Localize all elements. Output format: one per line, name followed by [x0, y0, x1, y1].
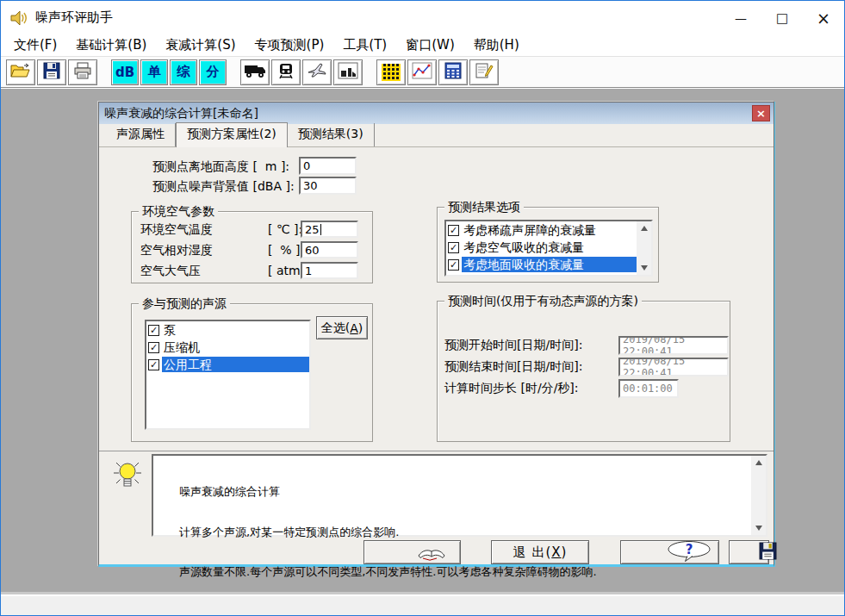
menu-help[interactable]: 帮助(H)	[464, 35, 529, 55]
point-background-label: 预测点噪声背景值 [dBA ]:	[152, 179, 295, 195]
rail-traffic-button[interactable]	[271, 59, 301, 85]
maximize-button[interactable]: □	[761, 1, 803, 34]
line-chart-icon	[412, 62, 432, 82]
air-humidity-unit: [ % ]:	[268, 243, 304, 257]
scroll-up-icon[interactable]	[637, 221, 651, 235]
air-pressure-input[interactable]: 1	[301, 262, 358, 279]
exit-button[interactable]: 退 出(X)	[491, 540, 589, 564]
air-traffic-button[interactable]	[302, 59, 332, 85]
menu-basic-calc[interactable]: 基础计算(B)	[66, 35, 156, 55]
time-step-input[interactable]: 00:01:00	[618, 379, 679, 398]
calculator-icon	[444, 62, 462, 82]
list-item[interactable]: ✓ 考虑稀疏声屏障的衰减量	[446, 221, 637, 239]
checkbox-checked-icon[interactable]: ✓	[448, 259, 459, 271]
tab-prediction-scheme[interactable]: 预测方案属性(2)	[176, 122, 288, 147]
air-temp-input[interactable]: 25	[301, 221, 358, 238]
start-time-input[interactable]: 2019/08/15 22:00:41	[618, 336, 729, 355]
close-button[interactable]: ×	[803, 1, 844, 34]
report-editor-button[interactable]	[469, 59, 499, 85]
grid-map-icon	[382, 64, 401, 81]
checkbox-checked-icon[interactable]: ✓	[448, 225, 459, 236]
print-button[interactable]	[68, 59, 97, 85]
air-temp-unit: [ ℃ ]:	[268, 222, 302, 236]
help-line: 噪声衰减的综合计算	[179, 485, 749, 499]
point-background-input[interactable]: 30	[299, 177, 357, 195]
air-temp-label: 环境空气温度	[140, 222, 213, 238]
industrial-source-button[interactable]	[333, 59, 363, 85]
checkbox-checked-icon[interactable]: ✓	[148, 342, 159, 353]
end-time-input[interactable]: 2019/08/15 22:00:41	[618, 358, 729, 376]
frequency-calc-button[interactable]: 分	[199, 59, 227, 85]
sources-group: 参与预测的声源 ✓ 泵 ✓ 压缩机 ✓ 公用工程	[131, 303, 373, 442]
select-all-button[interactable]: 全选(A)	[316, 316, 368, 339]
window-titlebar: 噪声环评助手 — □ ×	[1, 1, 844, 34]
result-options-scrollbar[interactable]	[637, 221, 651, 275]
mdi-client-area: 噪声衰减的综合计算[未命名] × 声源属性 预测方案属性(2) 预测结果(3) …	[1, 89, 844, 594]
point-height-label: 预测点离地面高度 [ m ]:	[152, 159, 289, 175]
speaker-icon	[9, 9, 28, 27]
dialog-close-button[interactable]: ×	[752, 105, 770, 121]
menu-special-prediction[interactable]: 专项预测(P)	[245, 35, 334, 55]
menu-file[interactable]: 文件(F)	[4, 35, 66, 55]
start-time-label: 预测开始时间[日期/时间]:	[444, 338, 582, 353]
road-traffic-button[interactable]	[240, 59, 270, 85]
attenuation-dialog: 噪声衰减的综合计算[未命名] × 声源属性 预测方案属性(2) 预测结果(3) …	[98, 102, 774, 567]
floppy-icon	[721, 528, 778, 576]
help-button[interactable]: ?	[620, 540, 719, 564]
list-item-selected[interactable]: ✓ 考虑地面吸收的衰减量	[446, 256, 637, 273]
noise-grid-button[interactable]	[376, 59, 406, 85]
save-scheme-button[interactable]	[729, 540, 769, 564]
help-scrollbar[interactable]	[751, 456, 766, 535]
scroll-up-icon[interactable]	[751, 456, 766, 470]
tab-prediction-results[interactable]: 预测结果(3)	[288, 123, 375, 146]
single-source-button[interactable]: 单	[140, 59, 168, 85]
help-balloon-icon: ?	[626, 526, 713, 579]
tab-source-properties[interactable]: 声源属性	[106, 123, 176, 146]
dialog-tabstrip: 声源属性 预测方案属性(2) 预测结果(3)	[99, 124, 774, 147]
save-file-button[interactable]	[37, 59, 66, 85]
comprehensive-calc-button[interactable]: 综	[170, 59, 197, 85]
menu-attenuation-calc[interactable]: 衰减计算(S)	[156, 35, 245, 55]
window-title: 噪声环评助手	[35, 9, 113, 26]
checkbox-checked-icon[interactable]: ✓	[148, 325, 159, 336]
scroll-down-icon[interactable]	[637, 261, 651, 275]
checkbox-checked-icon[interactable]: ✓	[148, 359, 159, 370]
air-humidity-input[interactable]: 60	[301, 241, 358, 258]
result-chart-button[interactable]	[407, 59, 437, 85]
open-file-button[interactable]	[6, 59, 35, 85]
list-item-selected[interactable]: ✓ 公用工程	[146, 356, 309, 373]
truck-icon	[244, 62, 266, 82]
report-button[interactable]	[363, 540, 461, 564]
dialog-title: 噪声衰减的综合计算[未命名]	[104, 106, 258, 121]
air-parameters-group: 环境空气参数 环境空气温度 [ ℃ ]: 25 空气相对湿度 [ % ]: 60…	[131, 211, 373, 283]
time-step-label: 计算时间步长 [时/分/秒]:	[444, 381, 579, 396]
point-height-input[interactable]: 0	[299, 157, 357, 175]
db-calc-button[interactable]: dB	[111, 59, 139, 85]
menu-bar: 文件(F) 基础计算(B) 衰减计算(S) 专项预测(P) 工具(T) 窗口(W…	[1, 34, 844, 56]
main-window: 噪声环评助手 — □ × 文件(F) 基础计算(B) 衰减计算(S) 专项预测(…	[0, 0, 845, 616]
floppy-icon	[43, 62, 60, 82]
result-options-group: 预测结果选项 ✓ 考虑稀疏声屏障的衰减量 ✓ 考虑空气吸收的衰减量 ✓	[437, 207, 659, 283]
svg-text:?: ?	[685, 541, 693, 557]
menu-window[interactable]: 窗口(W)	[396, 35, 464, 55]
air-humidity-label: 空气相对湿度	[140, 243, 213, 258]
minimize-button[interactable]: —	[720, 1, 761, 34]
lightbulb-icon	[110, 457, 145, 496]
help-text-box: 噪声衰减的综合计算 计算多个声源,对某一特定预测点的综合影响. 声源数量不限.每…	[152, 454, 767, 537]
result-options-title: 预测结果选项	[444, 200, 524, 215]
checkbox-checked-icon[interactable]: ✓	[448, 242, 459, 253]
air-group-title: 环境空气参数	[139, 204, 218, 220]
factory-icon	[338, 62, 358, 82]
time-group-title: 预测时间(仅用于有动态声源的方案)	[444, 294, 642, 309]
list-item[interactable]: ✓ 考虑空气吸收的衰减量	[446, 239, 637, 256]
air-pressure-label: 空气大气压	[140, 264, 201, 279]
help-separator	[99, 451, 774, 451]
calculator-button[interactable]	[438, 59, 468, 85]
menu-tools[interactable]: 工具(T)	[333, 35, 396, 55]
list-item[interactable]: ✓ 泵	[146, 321, 309, 339]
sources-group-title: 参与预测的声源	[139, 296, 230, 312]
list-item[interactable]: ✓ 压缩机	[146, 339, 309, 356]
status-bar	[1, 594, 844, 615]
open-folder-icon	[10, 62, 31, 82]
prediction-time-group: 预测时间(仅用于有动态声源的方案) 预测开始时间[日期/时间]: 2019/08…	[437, 301, 730, 442]
